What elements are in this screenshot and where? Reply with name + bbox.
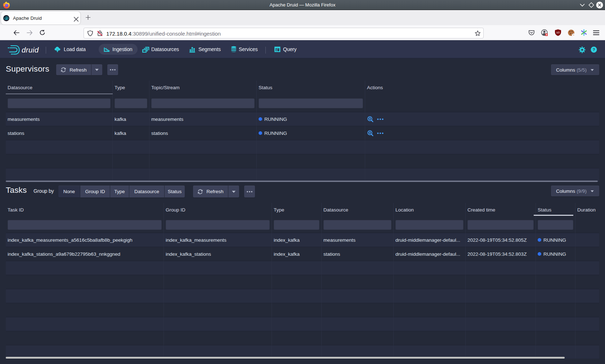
svg-text:UO: UO (556, 31, 560, 34)
svg-text:?: ? (593, 47, 595, 52)
